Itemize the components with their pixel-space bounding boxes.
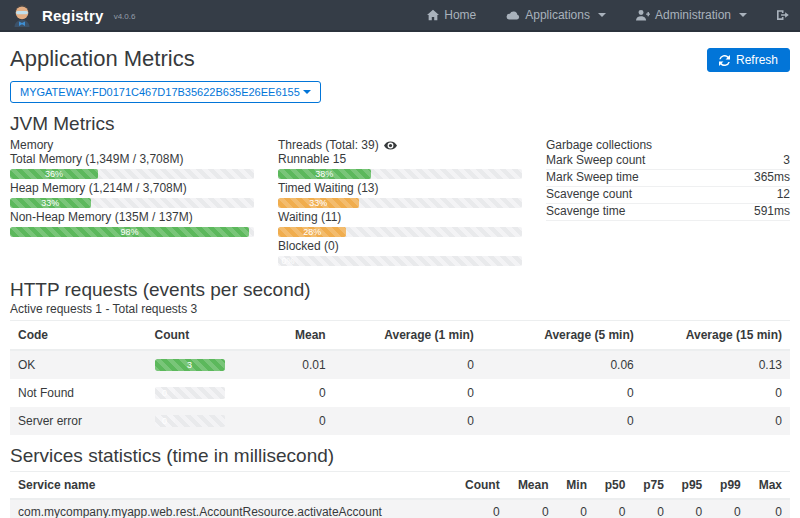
- total-memory-progress: 36%: [10, 169, 254, 179]
- gc-row: Scavenge count 12: [546, 187, 790, 204]
- brand-version: v4.0.6: [114, 12, 136, 21]
- gc-title: Garbage collections: [546, 139, 790, 152]
- jvm-metrics-columns: Memory Total Memory (1,349M / 3,708M) 36…: [10, 138, 790, 269]
- nav-administration[interactable]: Administration: [636, 8, 747, 22]
- cell-p95: 0: [672, 499, 710, 518]
- progress-value: 33%: [41, 198, 59, 208]
- cell-avg-1min: 0: [334, 379, 482, 407]
- chevron-down-icon: [598, 13, 606, 17]
- http-requests-subtitle: Active requests 1 - Total requests 3: [10, 302, 790, 316]
- cell-mean: 0: [508, 499, 557, 518]
- cell-mean: 0.01: [264, 350, 334, 379]
- refresh-label: Refresh: [736, 53, 778, 67]
- col-avg-5min: Average (5 min): [482, 321, 642, 351]
- main-content: Application Metrics Refresh MYGATEWAY:FD…: [0, 32, 800, 518]
- http-requests-table: Code Count Mean Average (1 min) Average …: [10, 320, 790, 435]
- cell-mean: 0: [264, 379, 334, 407]
- waiting-progress: 28%: [278, 227, 522, 237]
- heap-memory-label: Heap Memory (1,214M / 3,708M): [10, 182, 254, 195]
- sign-out-icon: [777, 9, 790, 21]
- progress-value: 36%: [45, 169, 63, 179]
- col-count: Count: [147, 321, 264, 351]
- chevron-down-icon: [739, 13, 747, 17]
- cell-p75: 0: [633, 499, 671, 518]
- progress-value: 33%: [309, 198, 327, 208]
- nav-home-label: Home: [444, 8, 476, 22]
- col-avg-1min: Average (1 min): [334, 321, 482, 351]
- progress-value: 0%: [281, 256, 294, 266]
- heap-memory-progress: 33%: [10, 198, 254, 208]
- col-p99: p99: [710, 472, 748, 500]
- gc-row: Mark Sweep time 365ms: [546, 170, 790, 187]
- nav-administration-label: Administration: [655, 8, 731, 22]
- col-mean: Mean: [264, 321, 334, 351]
- table-header-row: Code Count Mean Average (1 min) Average …: [10, 321, 790, 351]
- brand-title: Registry: [42, 7, 104, 24]
- runnable-label: Runnable 15: [278, 153, 522, 166]
- cell-avg-15min: 0: [642, 407, 790, 435]
- col-avg-15min: Average (15 min): [642, 321, 790, 351]
- count-value: 0: [162, 388, 167, 398]
- cell-min: 0: [557, 499, 595, 518]
- progress-value: 28%: [303, 227, 321, 237]
- nav-applications[interactable]: Applications: [506, 8, 606, 22]
- table-row: OK 3 0.01 0 0.06 0.13: [10, 350, 790, 379]
- timed-waiting-label: Timed Waiting (13): [278, 182, 522, 195]
- col-service-name: Service name: [10, 472, 455, 500]
- waiting-label: Waiting (11): [278, 211, 522, 224]
- table-header-row: Service name Count Mean Min p50 p75 p95 …: [10, 472, 790, 500]
- cell-avg-15min: 0.13: [642, 350, 790, 379]
- col-mean: Mean: [508, 472, 557, 500]
- cloud-icon: [506, 10, 520, 21]
- eye-icon[interactable]: [384, 141, 397, 150]
- col-p75: p75: [633, 472, 671, 500]
- nonheap-memory-label: Non-Heap Memory (135M / 137M): [10, 211, 254, 224]
- navbar-menu: Home Applications Administration: [427, 8, 790, 22]
- gc-value: 3: [783, 154, 790, 167]
- home-icon: [427, 9, 439, 21]
- navbar: Registry v4.0.6 Home Applications Admini…: [0, 0, 800, 32]
- nav-signout[interactable]: [777, 9, 790, 21]
- gc-value: 12: [777, 188, 790, 201]
- table-row: Not Found 0 0 0 0 0: [10, 379, 790, 407]
- gc-value: 591ms: [754, 205, 790, 218]
- count-progress: 0: [155, 415, 225, 427]
- gc-label: Scavenge time: [546, 205, 625, 218]
- cell-service-name: com.mycompany.myapp.web.rest.AccountReso…: [10, 499, 455, 518]
- user-plus-icon: [636, 9, 650, 21]
- cell-code: Not Found: [10, 379, 147, 407]
- nav-home[interactable]: Home: [427, 8, 476, 22]
- cell-count: 0: [455, 499, 508, 518]
- jhipster-avatar-logo: [10, 3, 34, 27]
- threads-column: Threads (Total: 39) Runnable 15 38% Time…: [278, 138, 522, 269]
- cell-avg-1min: 0: [334, 407, 482, 435]
- cell-avg-5min: 0: [482, 379, 642, 407]
- refresh-icon: [719, 55, 730, 66]
- cell-max: 0: [749, 499, 790, 518]
- cell-avg-5min: 0: [482, 407, 642, 435]
- cell-count: 0: [147, 407, 264, 435]
- count-value: 0: [162, 416, 167, 426]
- memory-column: Memory Total Memory (1,349M / 3,708M) 36…: [10, 138, 254, 269]
- refresh-button[interactable]: Refresh: [707, 48, 790, 72]
- gc-row: Scavenge time 591ms: [546, 204, 790, 221]
- progress-value: 98%: [121, 227, 139, 237]
- cell-count: 0: [147, 379, 264, 407]
- count-progress: 3: [155, 359, 225, 371]
- blocked-label: Blocked (0): [278, 240, 522, 253]
- gc-row: Mark Sweep count 3: [546, 153, 790, 170]
- timed-waiting-progress: 33%: [278, 198, 522, 208]
- gc-column: Garbage collections Mark Sweep count 3 M…: [546, 138, 790, 269]
- nonheap-memory-progress: 98%: [10, 227, 254, 237]
- brand-link[interactable]: Registry v4.0.6: [10, 3, 135, 27]
- chevron-down-icon: [303, 90, 311, 94]
- gc-value: 365ms: [754, 171, 790, 184]
- cell-mean: 0: [264, 407, 334, 435]
- cell-code: Server error: [10, 407, 147, 435]
- cell-code: OK: [10, 350, 147, 379]
- cell-p50: 0: [595, 499, 633, 518]
- col-code: Code: [10, 321, 147, 351]
- col-p95: p95: [672, 472, 710, 500]
- cell-avg-15min: 0: [642, 379, 790, 407]
- instance-selector-dropdown[interactable]: MYGATEWAY:FD0171C467D17B35622B635E26EE61…: [10, 81, 321, 103]
